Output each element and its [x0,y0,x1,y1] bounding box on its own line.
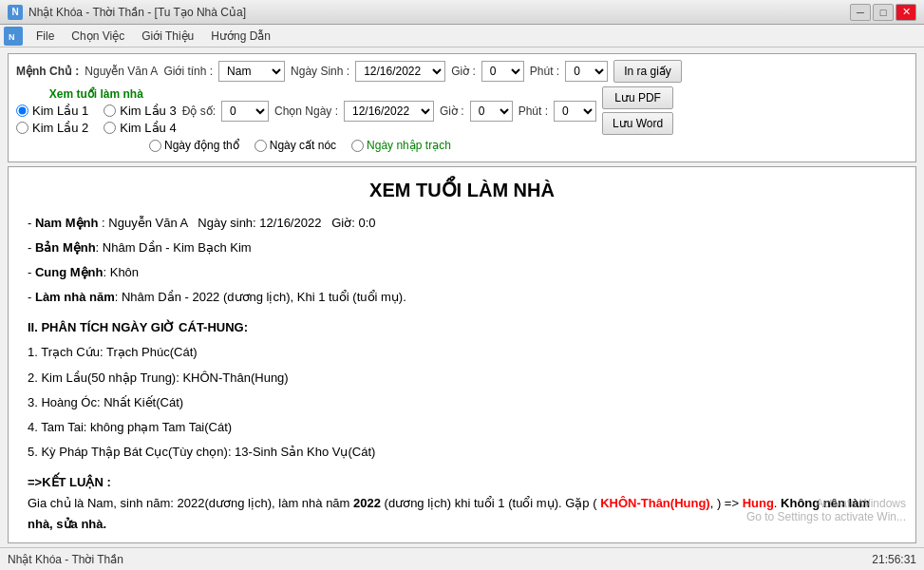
menu-huong-dan[interactable]: Hướng Dẫn [203,28,278,45]
maximize-button[interactable]: □ [873,4,894,21]
chon-ngay-label: Chọn Ngày : [274,104,338,118]
ngay-cat-noc-radio[interactable]: Ngày cất nóc [255,139,336,152]
phut-select[interactable]: 0 [565,61,608,82]
line-3: - Cung Mệnh: Khôn [28,262,896,283]
phut2-select[interactable]: 0 [554,101,596,122]
window-controls: ─ □ ✕ [850,4,916,21]
menh-chu-value: Nguyễn Văn A [85,65,158,78]
ngay-dong-tho-radio[interactable]: Ngày động thổ [149,139,239,152]
content-body: - Nam Mệnh : Nguyễn Văn A Ngày sinh: 12/… [28,213,896,543]
phut-label: Phút : [530,65,559,78]
chon-ngay-select[interactable]: 12/16/2022 [344,101,434,122]
gioi-tinh-label: Giới tính : [163,65,213,78]
s2-item-1: 1. Trạch Cứu: Trạch Phúc(Cát) [28,342,896,363]
in-ra-giay-button[interactable]: In ra giấy [613,60,682,83]
control-row-1: Mệnh Chủ : Nguyễn Văn A Giới tính : Nam … [16,60,908,83]
kim-lau-4-radio[interactable]: Kim Lầu 4 [104,121,176,135]
s2-item-3: 3. Hoàng Óc: Nhất Kiết(Cát) [28,392,896,413]
line-2: - Bản Mệnh: Nhâm Dần - Kim Bạch Kim [28,238,896,258]
gio-label: Giờ : [451,65,476,78]
control-row-3: Ngày động thổ Ngày cất nóc Ngày nhập trạ… [149,139,908,152]
status-right: 21:56:31 [872,553,916,566]
menu-bar: N File Chọn Việc Giới Thiệu Hướng Dẫn [0,25,924,48]
gio2-label: Giờ : [440,104,464,118]
ngay-sinh-select[interactable]: 12/16/2022 [355,61,445,82]
app-icon: N [8,5,23,20]
title-text: Nhật Khóa - Thời Thần - [Tu Tạo Nhà Của] [28,6,246,19]
control-row-2: Xem tuổi làm nhà Kim Lầu 1 Kim Lầu 3 Kim… [16,86,908,135]
s2-item-2: 2. Kim Lầu(50 nhập Trung): KHÔN-Thân(Hun… [28,368,896,389]
control-panel: Mệnh Chủ : Nguyễn Văn A Giới tính : Nam … [8,53,916,162]
luu-word-button[interactable]: Lưu Word [602,112,673,135]
line-1: - Nam Mệnh : Nguyễn Văn A Ngày sinh: 12/… [28,213,896,234]
menu-chon-viec[interactable]: Chọn Việc [64,28,132,45]
kim-lau-2-radio[interactable]: Kim Lầu 2 [16,121,88,135]
main-window: Mệnh Chủ : Nguyễn Văn A Giới tính : Nam … [0,48,924,547]
s2-item-4: 4. Tam Tai: không phạm Tam Tai(Cát) [28,417,896,438]
menu-file[interactable]: File [28,28,62,45]
section2-title: II. PHÂN TÍCH NGÀY GIỜ CÁT-HUNG: [28,317,896,338]
menu-gioi-thieu[interactable]: Giới Thiệu [134,28,201,45]
xem-tuoi-label: Xem tuổi làm nhà [49,87,143,101]
luu-pdf-button[interactable]: Lưu PDF [602,86,673,109]
content-area[interactable]: XEM TUỔI LÀM NHÀ - Nam Mệnh : Nguyễn Văn… [8,166,916,543]
gioi-tinh-select[interactable]: Nam Nữ [218,61,285,82]
minimize-button[interactable]: ─ [850,4,871,21]
kim-lau-1-radio[interactable]: Kim Lầu 1 [16,104,88,118]
conclusion: =>KẾT LUẬN : Gia chủ là Nam, sinh năm: 2… [28,472,896,535]
app-menu-icon: N [4,27,23,46]
title-bar: N Nhật Khóa - Thời Thần - [Tu Tạo Nhà Củ… [0,0,924,25]
s2-item-5: 5. Kỳ Pháp Thập Bát Cục(Tùy chọn): 13-Si… [28,442,896,463]
status-left: Nhật Khóa - Thời Thần [8,553,123,566]
ngay-sinh-label: Ngày Sinh : [291,65,349,78]
kim-lau-3-radio[interactable]: Kim Lầu 3 [104,104,176,118]
do-so-label: Độ số: [182,104,216,118]
do-so-select[interactable]: 0 [221,101,269,122]
content-title: XEM TUỔI LÀM NHÀ [28,179,896,201]
ngay-nhap-trach-radio[interactable]: Ngày nhập trạch [351,139,451,152]
close-button[interactable]: ✕ [896,4,916,21]
gio-select[interactable]: 0 [481,61,524,82]
phut2-label: Phút : [519,104,548,118]
gio2-select[interactable]: 0 [470,101,513,122]
chon-ngay-radio-group: Ngày động thổ Ngày cất nóc Ngày nhập trạ… [149,139,451,152]
menh-chu-label: Mệnh Chủ : [16,65,79,78]
status-bar: Nhật Khóa - Thời Thần 21:56:31 [0,547,924,570]
line-4: - Làm nhà năm: Nhâm Dần - 2022 (dương lị… [28,287,896,308]
svg-text:N: N [9,32,15,42]
